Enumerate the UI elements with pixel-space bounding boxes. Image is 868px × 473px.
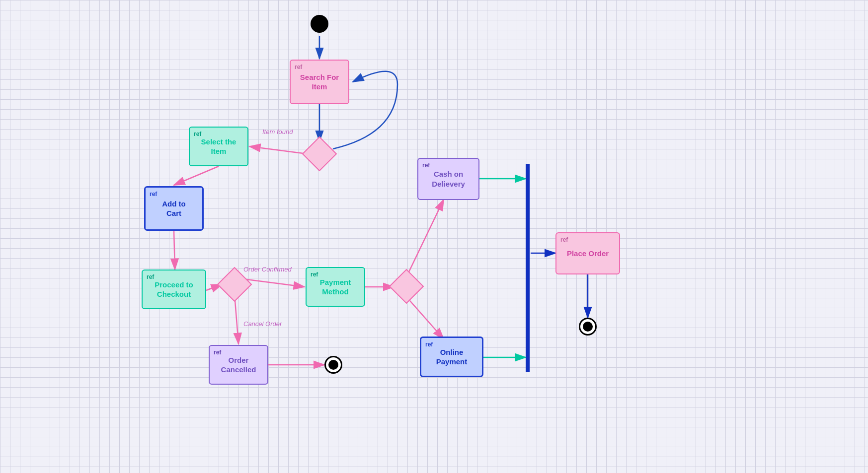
svg-line-6 — [249, 146, 307, 154]
final-state-cancelled-inner — [328, 360, 338, 370]
order-confirmed-label: Order Confirmed — [243, 266, 292, 273]
online-payment-ref: ref — [425, 341, 433, 348]
order-cancelled-title: OrderCancelled — [221, 355, 256, 375]
add-to-cart-node[interactable]: ref Add toCart — [144, 186, 204, 231]
add-to-cart-ref: ref — [150, 191, 157, 198]
place-order-ref: ref — [560, 236, 568, 243]
place-order-title: Place Order — [567, 249, 609, 259]
order-cancelled-ref: ref — [214, 349, 221, 356]
proceed-checkout-title: Proceed toCheckout — [155, 280, 193, 299]
sync-bar — [526, 164, 530, 372]
final-state-cancelled — [324, 356, 342, 374]
proceed-checkout-ref: ref — [147, 273, 154, 280]
order-cancelled-node[interactable]: ref OrderCancelled — [209, 345, 268, 385]
payment-decision-diamond — [389, 269, 424, 304]
online-payment-title: OnlinePayment — [436, 347, 468, 367]
svg-line-11 — [235, 294, 238, 344]
svg-line-8 — [174, 231, 175, 270]
item-found-diamond — [302, 136, 337, 172]
payment-method-node[interactable]: ref PaymentMethod — [306, 267, 365, 307]
proceed-checkout-node[interactable]: ref Proceed toCheckout — [142, 270, 206, 309]
cash-delivery-ref: ref — [422, 162, 430, 169]
item-found-label: Item found — [262, 128, 293, 135]
add-to-cart-title: Add toCart — [162, 199, 185, 218]
search-for-item-node[interactable]: ref Search ForItem — [290, 60, 349, 104]
svg-line-10 — [247, 279, 305, 287]
place-order-node[interactable]: ref Place Order — [555, 232, 620, 274]
final-state-main — [579, 318, 597, 336]
online-payment-node[interactable]: ref OnlinePayment — [420, 337, 483, 377]
cash-on-delivery-node[interactable]: ref Cash onDelievery — [417, 158, 479, 200]
svg-line-14 — [406, 200, 444, 277]
select-item-node[interactable]: ref Select theItem — [189, 127, 248, 166]
search-for-item-ref: ref — [295, 64, 302, 70]
select-item-ref: ref — [194, 131, 201, 137]
initial-state — [311, 15, 328, 33]
cash-delivery-title: Cash onDelievery — [432, 169, 465, 189]
cancel-order-label: Cancel Order — [243, 320, 282, 328]
arrows-svg — [0, 0, 868, 473]
diagram-canvas: ref Search ForItem Item found ref Select… — [0, 0, 868, 473]
payment-method-ref: ref — [311, 271, 318, 278]
select-item-title: Select theItem — [201, 137, 237, 156]
svg-line-7 — [174, 166, 219, 185]
final-state-main-inner — [583, 322, 593, 332]
search-for-item-title: Search ForItem — [300, 72, 339, 92]
svg-line-15 — [406, 297, 444, 339]
payment-method-title: PaymentMethod — [320, 277, 351, 297]
